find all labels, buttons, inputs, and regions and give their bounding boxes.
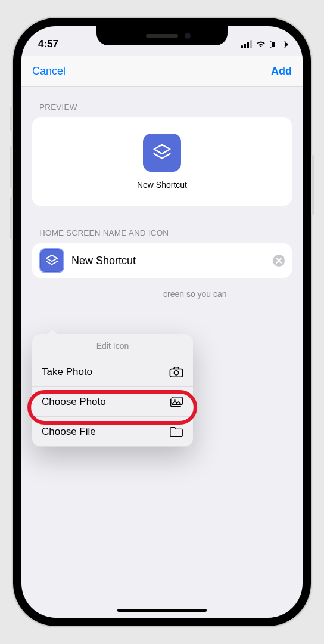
svg-rect-0 (170, 369, 182, 377)
side-button (10, 107, 13, 131)
close-icon (276, 258, 282, 264)
phone-frame: 4:57 Cancel Add PREVIEW (13, 18, 311, 626)
gallery-icon (169, 395, 183, 408)
wifi-icon (256, 40, 266, 48)
choose-photo-item[interactable]: Choose Photo (32, 387, 193, 417)
status-time: 4:57 (38, 38, 58, 50)
front-camera (185, 33, 191, 39)
notch (96, 26, 228, 45)
nav-bar: Cancel Add (21, 56, 303, 87)
choose-file-item[interactable]: Choose File (32, 417, 193, 447)
popover-title: Edit Icon (32, 334, 193, 357)
lower-area: creen so you can Edit Icon Take Photo (32, 284, 292, 300)
take-photo-item[interactable]: Take Photo (32, 357, 193, 387)
popover-arrow (46, 329, 58, 335)
shortcut-app-icon (143, 134, 181, 172)
edit-icon-popover: Edit Icon Take Photo Choose Photo (32, 334, 193, 447)
clear-text-button[interactable] (273, 255, 285, 267)
menu-item-label: Take Photo (42, 366, 92, 378)
preview-section-label: PREVIEW (39, 103, 292, 112)
content-area: Cancel Add PREVIEW New Shortcut HOME SCR… (21, 56, 303, 618)
home-indicator[interactable] (117, 609, 207, 612)
cancel-button[interactable]: Cancel (32, 65, 66, 78)
svg-point-3 (174, 399, 176, 401)
preview-shortcut-name: New Shortcut (137, 180, 187, 190)
menu-item-label: Choose File (42, 426, 96, 438)
body-area: PREVIEW New Shortcut HOME SCREEN NAME AN… (21, 87, 303, 308)
preview-card: New Shortcut (32, 117, 292, 206)
status-icons (241, 40, 286, 48)
shortcut-icon-button[interactable] (39, 248, 64, 273)
speaker (146, 34, 178, 38)
home-section-label: HOME SCREEN NAME AND ICON (39, 228, 292, 237)
side-button (10, 146, 13, 188)
menu-item-label: Choose Photo (42, 396, 106, 408)
svg-point-1 (174, 370, 178, 374)
shortcut-name-input[interactable] (71, 255, 266, 267)
cellular-icon (241, 40, 253, 48)
layers-icon (44, 253, 60, 268)
hint-text: creen so you can (32, 284, 292, 300)
side-button (311, 155, 314, 215)
side-button (10, 197, 13, 239)
folder-icon (169, 425, 183, 438)
name-and-icon-card (32, 243, 292, 278)
add-button[interactable]: Add (271, 65, 292, 78)
screen: 4:57 Cancel Add PREVIEW (21, 26, 303, 618)
layers-icon (151, 141, 173, 164)
battery-icon (270, 41, 286, 48)
camera-icon (169, 366, 183, 379)
